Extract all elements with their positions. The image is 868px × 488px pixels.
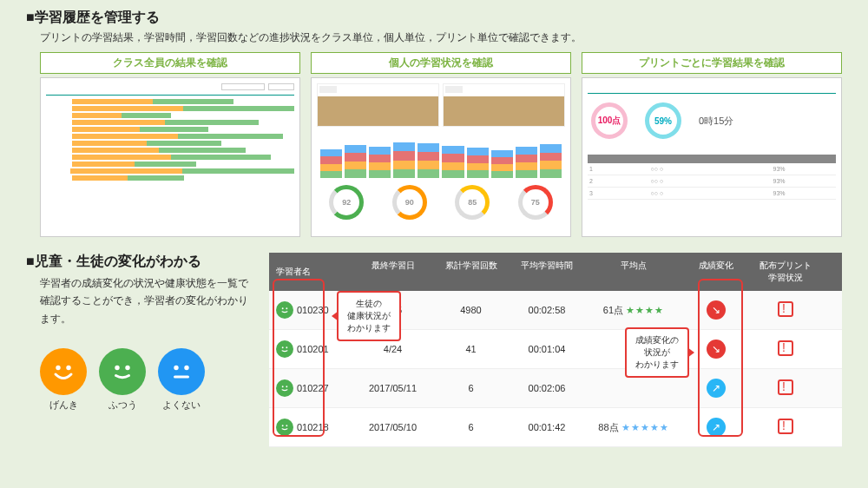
total-count: 41 [434, 335, 508, 363]
svg-point-0 [56, 366, 60, 370]
svg-point-12 [286, 386, 287, 387]
last-study-date: 2017/05/10 [352, 413, 434, 441]
change-arrow-icon: ↗ [707, 379, 726, 398]
th-time[interactable]: 平均学習時間 [508, 253, 586, 291]
change-arrow-icon: ↘ [707, 300, 726, 320]
status-icon[interactable]: ! [778, 340, 793, 356]
star-rating: ★★★★ [626, 305, 664, 315]
stacked-bar-chart [317, 130, 565, 178]
health-face-icon [276, 340, 293, 358]
futsuu-icon [99, 348, 146, 395]
star-rating: ★★★★★ [621, 422, 669, 432]
print-results-header: プリントごとに学習結果を確認 [582, 52, 842, 74]
svg-point-1 [66, 366, 70, 370]
svg-point-5 [184, 366, 188, 370]
student-id: 010218 [297, 422, 329, 432]
genki-label: げんき [40, 399, 87, 412]
svg-point-8 [286, 307, 287, 309]
gauge-1: 92 [329, 185, 364, 220]
th-name[interactable]: 学習者名 [269, 253, 352, 291]
health-face-icon [276, 419, 293, 436]
svg-point-3 [125, 366, 129, 370]
individual-status-header: 個人の学習状況を確認 [311, 52, 571, 74]
last-study-date: 2017/05/11 [352, 374, 434, 402]
student-change-section: ■児童・生徒の変化がわかる 学習者の成績変化の状況や健康状態を一覧で確認すること… [26, 253, 842, 447]
status-icon[interactable]: ! [778, 379, 793, 395]
table-row[interactable]: 0102272017/05/11600:02:06 ↗! [269, 369, 842, 408]
health-callout: 生徒の 健康状況が わかります [337, 291, 401, 341]
thumbnail-row: クラス全員の結果を確認 [40, 52, 842, 237]
legend-yokunai: よくない [158, 348, 205, 412]
svg-point-2 [115, 366, 119, 370]
genki-icon [40, 348, 87, 395]
avg-score: 88点 ★★★★★ [586, 412, 681, 443]
legend-futsuu: ふつう [99, 348, 146, 412]
change-callout: 成績変化の 状況が わかります [625, 327, 689, 378]
gauge-row: 92 90 85 75 [317, 181, 565, 220]
avg-score: 61点 ★★★★ [586, 295, 681, 326]
gauge-4: 75 [518, 185, 553, 220]
svg-point-4 [174, 366, 178, 370]
th-change[interactable]: 成績変化 [681, 253, 751, 291]
gauge-3: 85 [455, 185, 490, 220]
svg-point-9 [282, 346, 284, 348]
individual-status-thumb[interactable]: 92 90 85 75 [311, 77, 571, 237]
avg-time: 00:02:06 [508, 374, 586, 402]
area-chart-right [443, 83, 565, 127]
student-id: 010201 [297, 344, 329, 354]
svg-point-14 [286, 425, 287, 426]
area-chart-left [317, 83, 439, 127]
health-face-icon [276, 379, 293, 397]
yokunai-label: よくない [158, 399, 205, 412]
print-results-col: プリントごとに学習結果を確認 100点 59% 0時15分 1○○ ○93% 2… [582, 52, 842, 237]
change-arrow-icon: ↘ [707, 340, 726, 359]
th-date[interactable]: 最終学習日 [352, 253, 434, 291]
svg-point-7 [282, 307, 284, 309]
print-results-thumb[interactable]: 100点 59% 0時15分 1○○ ○93% 2○○ ○93% 3○○ ○93… [582, 77, 842, 237]
total-count: 6 [434, 413, 508, 441]
mini-table: 1○○ ○93% 2○○ ○93% 3○○ ○93% [588, 155, 836, 200]
section2-desc: 学習者の成績変化の状況や健康状態を一覧で確認することができ，学習者の変化がわかり… [40, 274, 252, 327]
status-icon[interactable]: ! [778, 301, 793, 317]
score-dial: 100点 [591, 102, 628, 139]
individual-status-col: 個人の学習状況を確認 92 90 [311, 52, 571, 237]
table-header: 学習者名 最終学習日 累計学習回数 平均学習時間 平均点 成績変化 配布プリント… [269, 253, 842, 291]
th-avg[interactable]: 平均点 [586, 253, 681, 291]
rate-dial: 59% [645, 102, 681, 139]
futsuu-label: ふつう [99, 399, 146, 412]
avg-time: 00:01:04 [508, 335, 586, 363]
health-legend: げんき ふつう よくない [40, 348, 252, 412]
health-face-icon [276, 301, 293, 319]
legend-genki: げんき [40, 348, 87, 412]
change-arrow-icon: ↗ [707, 418, 726, 437]
svg-point-11 [282, 386, 284, 387]
yokunai-icon [158, 348, 205, 395]
total-count: 6 [434, 374, 508, 402]
section1-desc: プリントの学習結果，学習時間，学習回数などの進捗状況をクラス単位，個人単位，プリ… [40, 30, 842, 45]
avg-time: 00:01:42 [508, 413, 586, 441]
gauge-2: 90 [392, 185, 427, 220]
manage-history-section: ■学習履歴を管理する プリントの学習結果，学習時間，学習回数などの進捗状況をクラ… [26, 9, 842, 237]
svg-point-10 [286, 346, 287, 348]
table-row[interactable]: 0102182017/05/10600:01:4288点 ★★★★★↗! [269, 408, 842, 447]
section1-title: ■学習履歴を管理する [26, 9, 842, 27]
svg-point-13 [282, 425, 284, 426]
class-results-thumb[interactable] [40, 77, 300, 237]
total-count: 4980 [434, 296, 508, 324]
th-status[interactable]: 配布プリント 学習状況 [751, 253, 820, 291]
avg-time: 00:02:58 [508, 296, 586, 324]
time-value: 0時15分 [699, 115, 733, 128]
th-count[interactable]: 累計学習回数 [434, 253, 508, 291]
class-results-header: クラス全員の結果を確認 [40, 52, 300, 74]
section2-title: ■児童・生徒の変化がわかる [26, 253, 252, 271]
avg-score [586, 379, 681, 397]
student-id: 010230 [297, 305, 329, 315]
student-table: 学習者名 最終学習日 累計学習回数 平均学習時間 平均点 成績変化 配布プリント… [269, 253, 842, 447]
status-icon[interactable]: ! [778, 419, 793, 434]
student-id: 010227 [297, 383, 329, 393]
class-results-col: クラス全員の結果を確認 [40, 52, 300, 237]
